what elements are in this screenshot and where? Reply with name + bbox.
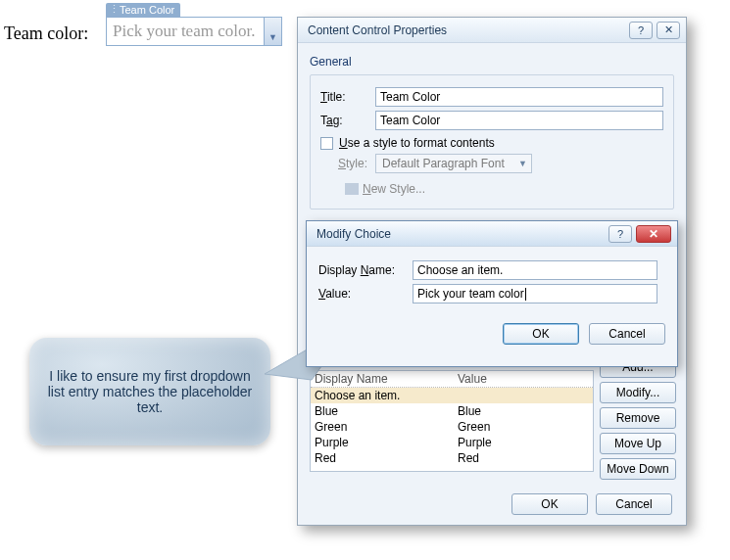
style-label: Style: xyxy=(338,157,367,170)
new-style-button: New Style... xyxy=(338,179,432,199)
list-cell-value: Blue xyxy=(458,404,593,418)
modify-button[interactable]: Modify... xyxy=(600,382,676,403)
list-side-buttons: Add... Modify... Remove Move Up Move Dow… xyxy=(600,356,676,480)
dialog-title: Content Control Properties xyxy=(308,23,625,37)
dialog-body: General Title: Tag: Use a style to forma… xyxy=(298,43,686,219)
general-group: Title: Tag: Use a style to format conten… xyxy=(310,74,674,210)
use-style-label: Use a style to format contents xyxy=(339,136,495,150)
subdialog-body: Display Name: Value: Pick your team colo… xyxy=(307,247,677,317)
style-combo: Default Paragraph Font ▼ xyxy=(375,154,532,173)
move-up-button[interactable]: Move Up xyxy=(600,433,676,454)
content-control: Team Color Pick your team color. ▼ xyxy=(106,3,282,46)
subdialog-ok-button[interactable]: OK xyxy=(503,323,579,345)
dialog-cancel-button[interactable]: Cancel xyxy=(596,493,672,515)
value-label: Value: xyxy=(318,287,413,301)
use-style-checkbox[interactable] xyxy=(320,137,333,150)
subdialog-help-button[interactable]: ? xyxy=(608,225,632,243)
dropdown-list-area: Display Name Value Choose an item.BlueBl… xyxy=(310,370,674,472)
display-name-input[interactable] xyxy=(413,260,657,280)
value-input-text: Pick your team color xyxy=(417,287,524,301)
list-row[interactable]: GreenGreen xyxy=(311,419,593,435)
dialog-titlebar: Content Control Properties ? ✕ xyxy=(298,18,686,43)
list-header-value: Value xyxy=(458,372,593,386)
subdialog-cancel-button[interactable]: Cancel xyxy=(589,323,665,345)
content-control-tab[interactable]: Team Color xyxy=(106,3,180,17)
author-callout: I like to ensure my first dropdown list … xyxy=(29,338,270,445)
list-row[interactable]: RedRed xyxy=(311,450,593,466)
help-button[interactable]: ? xyxy=(629,22,653,39)
callout-text: I like to ensure my first dropdown list … xyxy=(45,368,255,415)
content-control-dropdown-button[interactable]: ▼ xyxy=(264,18,281,45)
dialog-ok-button[interactable]: OK xyxy=(511,493,588,515)
title-input[interactable] xyxy=(375,87,663,107)
move-down-button[interactable]: Move Down xyxy=(600,458,676,480)
dialog-footer: OK Cancel xyxy=(298,493,686,515)
modify-choice-dialog: Modify Choice ? ✕ Display Name: Value: P… xyxy=(306,220,678,367)
list-cell-name: Red xyxy=(311,451,458,465)
display-name-label: Display Name: xyxy=(318,263,413,277)
list-cell-value: Green xyxy=(458,420,593,434)
remove-button[interactable]: Remove xyxy=(600,407,676,429)
content-control-box: Pick your team color. ▼ xyxy=(106,17,282,46)
list-row[interactable]: BlueBlue xyxy=(311,403,593,419)
close-button[interactable]: ✕ xyxy=(657,22,680,39)
style-combo-value: Default Paragraph Font xyxy=(382,157,505,170)
tag-field-label: Tag: xyxy=(320,114,375,127)
list-cell-value xyxy=(458,389,593,402)
chevron-down-icon: ▼ xyxy=(518,159,527,168)
list-cell-name: Purple xyxy=(311,436,458,449)
tag-input[interactable] xyxy=(375,111,663,130)
new-style-label: New Style... xyxy=(363,182,425,196)
list-cell-name: Green xyxy=(311,420,458,434)
text-caret xyxy=(525,288,526,301)
subdialog-close-button[interactable]: ✕ xyxy=(636,225,671,243)
list-cell-value: Purple xyxy=(458,436,593,449)
general-group-label: General xyxy=(310,55,674,69)
doc-field-label: Team color: xyxy=(4,23,88,44)
list-row[interactable]: PurplePurple xyxy=(311,435,593,450)
subdialog-titlebar: Modify Choice ? ✕ xyxy=(307,221,677,247)
new-style-icon xyxy=(345,183,359,195)
value-input[interactable]: Pick your team color xyxy=(413,284,657,303)
subdialog-footer: OK Cancel xyxy=(307,317,677,345)
list-cell-name: Blue xyxy=(311,404,458,418)
subdialog-title: Modify Choice xyxy=(316,227,605,241)
content-control-placeholder: Pick your team color. xyxy=(107,18,264,45)
title-field-label: Title: xyxy=(320,90,375,104)
list-cell-value: Red xyxy=(458,451,593,465)
